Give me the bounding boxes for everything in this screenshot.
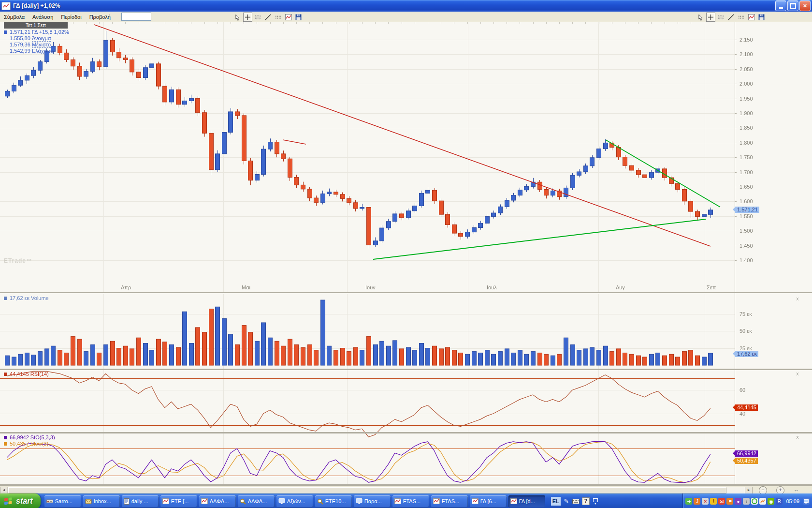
- monitor-icon: [356, 498, 362, 504]
- open-label[interactable]: Άνοιγμα: [32, 35, 51, 42]
- start-label: start: [16, 497, 33, 506]
- close-icon: ×: [803, 1, 807, 10]
- line-tool-icon[interactable]: [726, 13, 736, 22]
- tray-vnc-icon[interactable]: R: [776, 498, 783, 505]
- series-marker-icon: [4, 30, 7, 34]
- line-tool-icon[interactable]: [263, 13, 273, 22]
- chart-tool-icon[interactable]: [747, 13, 756, 22]
- minimize-icon: [779, 7, 783, 9]
- rsi-legend: 44,4145 RSI(14): [4, 371, 49, 377]
- pen-icon[interactable]: ✎: [563, 497, 570, 505]
- chart-toolbar-left: [233, 13, 303, 22]
- volume-marker-icon: [4, 297, 7, 300]
- task-buttons: Sarro...Inbox...daily ...ETE [...ΑΛΦΑ...…: [44, 495, 546, 508]
- tray-nvidia-icon[interactable]: ◉: [768, 498, 774, 505]
- menu-item-3[interactable]: Προβολή: [86, 12, 115, 22]
- system-tray: ➜J×!✉⚑●♪◉R 05:09: [682, 493, 812, 508]
- taskbar-button-ΕΤΕ10[interactable]: ΕΤΕ10...: [315, 495, 352, 508]
- crosshair-tool-icon[interactable]: [243, 13, 252, 22]
- tray-volume-icon[interactable]: ♪: [743, 498, 750, 505]
- chart-icon: [510, 498, 517, 504]
- app-chart-icon: [1, 2, 11, 10]
- menu-item-0[interactable]: Σύμβολα: [0, 12, 29, 22]
- pointer-tool-icon[interactable]: [233, 13, 242, 22]
- scrollbar-track[interactable]: [7, 487, 745, 494]
- stoch-d-legend: 50,4357 Slow(3): [4, 441, 48, 447]
- taskbar-button-ΑΛΦΑ[interactable]: ΑΛΦΑ...: [238, 495, 275, 508]
- tray-msn-icon[interactable]: [759, 498, 766, 505]
- dots-tool-icon[interactable]: [737, 13, 746, 22]
- menu-item-1[interactable]: Ανάλυση: [29, 12, 57, 22]
- tray-security-shield-icon[interactable]: !: [710, 498, 717, 505]
- date-tooltip: Τετ 1 Σεπ: [4, 22, 68, 29]
- crosshair-tool-icon[interactable]: [706, 13, 715, 22]
- save-tool-icon[interactable]: [757, 13, 766, 22]
- symbol-input[interactable]: [121, 13, 151, 21]
- stoch-k-marker-icon: [4, 436, 7, 439]
- taskbar-button-Αξιν[interactable]: Αξιών...: [276, 495, 313, 508]
- scroll-left-button[interactable]: ◄: [0, 487, 8, 494]
- tray-antivirus-icon[interactable]: [751, 498, 758, 505]
- tray-java-icon[interactable]: J: [694, 498, 700, 505]
- chart-icon: [201, 498, 208, 504]
- stoch-d-marker-icon: [4, 442, 7, 446]
- restore-icon: [790, 3, 796, 9]
- price-tag: 1.571,21: [735, 207, 759, 213]
- region-tool-icon[interactable]: [716, 13, 725, 22]
- volume-pane-close-icon[interactable]: x: [795, 296, 800, 302]
- taskbar-button-FTAS[interactable]: FTAS...: [392, 495, 429, 508]
- taskbar-button-daily[interactable]: daily ...: [122, 495, 159, 508]
- taskbar-button-label: Inbox...: [94, 498, 111, 504]
- stoch-k-legend: 66,9942 StO(5,3,3): [4, 434, 55, 440]
- chart-tool-icon[interactable]: [284, 13, 293, 22]
- stoch-pane-close-icon[interactable]: x: [795, 434, 800, 440]
- tray-net-error-icon[interactable]: ×: [702, 498, 709, 505]
- tray-messenger-icon[interactable]: ●: [735, 498, 741, 505]
- start-button[interactable]: start: [0, 493, 41, 508]
- taskbar-button-label: ΓΔ [d...: [519, 498, 535, 504]
- taskbar-button-label: Sarro...: [55, 498, 72, 504]
- taskbar-button-ETE[interactable]: ETE [...: [160, 495, 197, 508]
- taskbar-button-FTAS[interactable]: FTAS...: [431, 495, 468, 508]
- language-indicator[interactable]: EL: [551, 497, 561, 506]
- taskbar-button-ΓΔd[interactable]: ΓΔ [d...: [508, 495, 545, 508]
- restore-button[interactable]: [787, 0, 798, 11]
- langbar-restore-icon[interactable]: ▼: [592, 497, 599, 505]
- taskbar-button-label: Παρα...: [364, 498, 382, 504]
- high-label[interactable]: Μέγιστο: [32, 42, 51, 48]
- region-tool-icon[interactable]: [253, 13, 262, 22]
- tray-flag-icon[interactable]: ⚑: [726, 498, 733, 505]
- taskbar-button-ΓΔ6[interactable]: ΓΔ [6...: [470, 495, 507, 508]
- chart-icon: [433, 498, 440, 504]
- keyboard-icon[interactable]: [572, 497, 580, 505]
- taskbar-button-ΑΛΦΑ[interactable]: ΑΛΦΑ...: [199, 495, 236, 508]
- network-tray-icon[interactable]: [803, 498, 810, 505]
- scrollbar-thumb[interactable]: [8, 487, 726, 493]
- save-tool-icon[interactable]: [294, 13, 303, 22]
- legend-last-price: 1.571,21 ΓΔ +15,8 1,02%: [4, 29, 69, 35]
- tray-remove-hardware-icon[interactable]: ➜: [685, 498, 692, 505]
- close-button[interactable]: ×: [799, 0, 811, 11]
- taskbar-button-label: FTAS...: [403, 498, 420, 504]
- minimize-button[interactable]: [775, 0, 786, 11]
- menu-item-2[interactable]: Περίοδοι: [57, 12, 85, 22]
- clock: 05:09: [786, 498, 799, 504]
- fit-width-button[interactable]: ↔: [794, 487, 799, 493]
- chart-canvas[interactable]: [0, 22, 812, 486]
- taskbar-button-Inbox[interactable]: Inbox...: [83, 495, 120, 508]
- window-titlebar[interactable]: ΓΔ [daily] +1,02% ×: [0, 0, 812, 12]
- taskbar-button-label: Αξιών...: [287, 498, 305, 504]
- stoch-k-tag: 66,9942: [735, 450, 758, 457]
- help-icon[interactable]: ?: [582, 497, 590, 505]
- tray-icons: ➜J×!✉⚑●♪◉R: [685, 498, 783, 505]
- taskbar-button-Sarro[interactable]: Sarro...: [44, 495, 81, 508]
- scroll-right-button[interactable]: ►: [745, 487, 753, 494]
- low-label[interactable]: Ελάχιστο: [32, 48, 53, 54]
- taskbar-button-Παρα[interactable]: Παρα...: [354, 495, 391, 508]
- rsi-pane-close-icon[interactable]: x: [795, 371, 800, 377]
- dots-tool-icon[interactable]: [274, 13, 283, 22]
- magnifier-icon: [240, 498, 246, 505]
- legend-low: 1.542,99 Ελάχιστο: [10, 48, 53, 54]
- pointer-tool-icon[interactable]: [696, 13, 705, 22]
- tray-mail-notifier-icon[interactable]: ✉: [718, 498, 725, 505]
